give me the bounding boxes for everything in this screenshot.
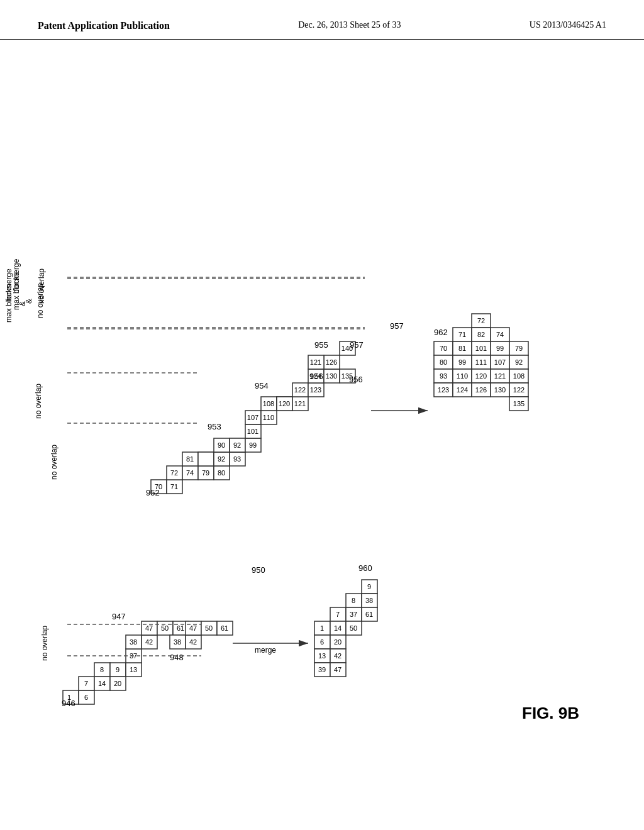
- svg-rect-115: [292, 397, 308, 411]
- svg-text:72: 72: [170, 469, 178, 477]
- svg-rect-105: [245, 411, 261, 424]
- svg-text:79: 79: [202, 469, 209, 477]
- svg-text:99: 99: [458, 358, 466, 366]
- svg-text:42: 42: [334, 652, 341, 660]
- svg-text:956: 956: [309, 372, 323, 381]
- svg-rect-26: [157, 621, 173, 635]
- svg-rect-82: [198, 466, 214, 480]
- svg-rect-131: [340, 341, 355, 355]
- svg-text:for merge: for merge: [4, 268, 13, 301]
- svg-text:39: 39: [318, 666, 326, 673]
- svg-rect-152: [453, 355, 472, 369]
- svg-text:7: 7: [84, 680, 88, 687]
- svg-rect-129: [308, 355, 324, 369]
- svg-rect-121: [308, 369, 324, 383]
- svg-rect-14: [110, 663, 126, 677]
- svg-text:92: 92: [218, 455, 225, 463]
- svg-text:47: 47: [334, 666, 341, 673]
- svg-text:70: 70: [440, 345, 447, 352]
- svg-rect-10: [110, 677, 126, 690]
- svg-text:37: 37: [130, 652, 137, 660]
- svg-rect-158: [472, 314, 491, 328]
- svg-text:92: 92: [233, 441, 241, 449]
- svg-text:71: 71: [170, 483, 178, 490]
- svg-text:13: 13: [318, 652, 326, 660]
- svg-rect-44: [314, 621, 330, 635]
- svg-text:72: 72: [477, 317, 485, 324]
- svg-text:no overlap: no overlap: [37, 268, 46, 304]
- ref-946-label: 946: [62, 699, 75, 708]
- svg-text:82: 82: [477, 331, 485, 338]
- svg-rect-66: [346, 621, 362, 635]
- svg-rect-168: [472, 383, 491, 397]
- svg-text:99: 99: [496, 345, 504, 352]
- svg-rect-68: [362, 580, 377, 594]
- svg-text:99: 99: [233, 441, 241, 449]
- svg-rect-50: [314, 663, 330, 677]
- svg-text:38: 38: [130, 638, 137, 646]
- svg-text:93: 93: [440, 372, 447, 380]
- svg-text:121: 121: [494, 372, 506, 380]
- svg-text:140: 140: [341, 345, 353, 352]
- svg-text:74: 74: [496, 331, 504, 338]
- ref-955-label: 955: [314, 340, 328, 350]
- svg-text:126: 126: [475, 386, 487, 394]
- svg-rect-46: [314, 635, 330, 649]
- svg-rect-117: [292, 383, 308, 397]
- svg-text:101: 101: [247, 428, 258, 435]
- svg-rect-58: [330, 649, 346, 663]
- svg-text:107: 107: [247, 414, 258, 421]
- svg-rect-48: [314, 649, 330, 663]
- publication-date-sheet: Dec. 26, 2013 Sheet 25 of 33: [298, 19, 401, 30]
- svg-text:130: 130: [326, 372, 337, 380]
- svg-rect-156: [453, 383, 472, 397]
- svg-text:&: &: [25, 299, 33, 304]
- svg-text:110: 110: [263, 414, 274, 421]
- svg-rect-148: [453, 328, 472, 341]
- ref-953-label: 953: [208, 422, 221, 431]
- svg-rect-24: [142, 621, 157, 635]
- svg-text:no overlap: no overlap: [40, 626, 49, 661]
- svg-text:122: 122: [513, 386, 525, 394]
- svg-text:14: 14: [98, 680, 106, 687]
- svg-text:9: 9: [116, 666, 119, 673]
- svg-text:120: 120: [475, 372, 487, 380]
- svg-text:82: 82: [202, 455, 209, 463]
- svg-text:no overlap: no overlap: [50, 445, 58, 480]
- svg-text:61: 61: [177, 624, 184, 632]
- svg-rect-176: [491, 369, 509, 383]
- svg-rect-146: [434, 383, 453, 397]
- svg-text:47: 47: [145, 624, 153, 632]
- svg-text:61: 61: [365, 611, 373, 618]
- svg-rect-38: [217, 621, 233, 635]
- svg-rect-119: [308, 383, 324, 397]
- svg-text:108: 108: [263, 400, 274, 407]
- svg-text:14: 14: [334, 624, 341, 632]
- svg-rect-91: [214, 452, 230, 466]
- svg-text:42: 42: [189, 638, 197, 646]
- svg-rect-109: [261, 397, 277, 411]
- svg-rect-6: [79, 677, 94, 690]
- svg-text:71: 71: [458, 331, 466, 338]
- svg-text:99: 99: [249, 441, 257, 449]
- svg-text:max blocks: max blocks: [12, 272, 21, 310]
- svg-text:47: 47: [189, 624, 197, 632]
- svg-rect-150: [453, 341, 472, 355]
- svg-text:124: 124: [310, 372, 321, 380]
- svg-rect-4: [79, 690, 94, 704]
- svg-text:80: 80: [218, 469, 225, 477]
- svg-rect-182: [509, 355, 528, 369]
- merge-label: merge: [255, 646, 276, 655]
- svg-rect-160: [472, 328, 491, 341]
- svg-rect-103: [245, 424, 261, 438]
- svg-text:130: 130: [494, 386, 506, 394]
- svg-rect-184: [509, 369, 528, 383]
- svg-rect-95: [214, 438, 230, 452]
- svg-text:110: 110: [457, 372, 468, 380]
- svg-text:&: &: [18, 301, 27, 306]
- svg-text:121: 121: [294, 400, 306, 407]
- svg-rect-107: [261, 411, 277, 424]
- svg-text:92: 92: [515, 358, 523, 366]
- svg-rect-164: [472, 355, 491, 369]
- svg-text:50: 50: [161, 624, 169, 632]
